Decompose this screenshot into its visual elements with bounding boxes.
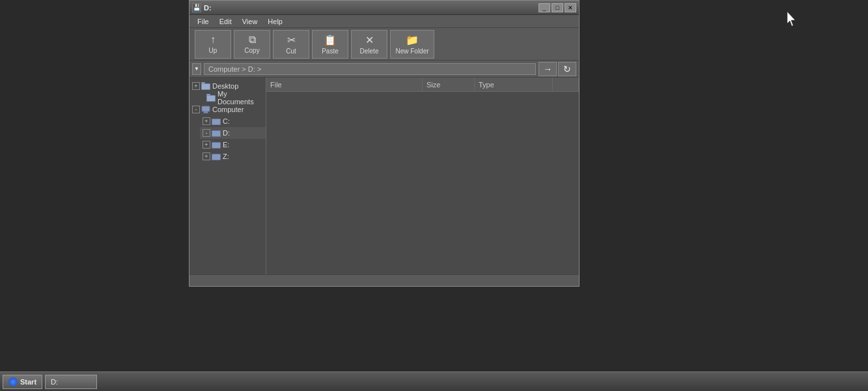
new-folder-icon: 📁	[406, 34, 419, 46]
menu-bar: File Edit View Help	[189, 15, 579, 28]
address-bar: ▼ Computer > D: > → ↻	[189, 61, 579, 78]
file-list-header: File Size Type	[266, 78, 579, 92]
window-title: D:	[204, 4, 212, 12]
expand-d[interactable]: -	[203, 129, 210, 137]
expand-c[interactable]: +	[203, 117, 210, 125]
status-bar	[189, 274, 579, 286]
expand-z[interactable]: +	[203, 152, 210, 160]
tree-label-my-documents: My Documents	[217, 90, 263, 106]
start-button[interactable]: Start	[3, 375, 42, 389]
cut-icon: ✂	[287, 34, 296, 46]
tree-panel: + Desktop My Documents	[189, 78, 266, 274]
title-buttons: _ □ ✕	[539, 3, 576, 12]
tree-label-computer: Computer	[212, 106, 244, 113]
tree-label-d: D:	[223, 129, 230, 137]
start-icon	[8, 377, 18, 386]
tree-item-z[interactable]: + Z:	[200, 151, 266, 162]
delete-label: Delete	[360, 48, 379, 55]
paste-icon: 📋	[324, 34, 337, 46]
column-extra	[553, 78, 579, 91]
file-panel: File Size Type	[266, 78, 579, 274]
tree-label-desktop: Desktop	[212, 82, 238, 90]
main-content: + Desktop My Documents	[189, 78, 579, 274]
folder-icon-my-documents	[206, 94, 216, 102]
address-dropdown[interactable]: ▼	[192, 63, 201, 75]
menu-view[interactable]: View	[237, 16, 263, 27]
tree-item-c[interactable]: + C:	[200, 115, 266, 127]
expand-computer[interactable]: -	[192, 106, 200, 113]
nav-buttons: → ↻	[539, 62, 576, 76]
svg-rect-2	[203, 113, 208, 113]
column-type[interactable]: Type	[475, 78, 553, 91]
taskbar-window-d[interactable]: D:	[45, 375, 97, 389]
cursor	[787, 12, 798, 29]
menu-edit[interactable]: Edit	[214, 16, 237, 27]
menu-help[interactable]: Help	[262, 16, 288, 27]
menu-file[interactable]: File	[192, 16, 214, 27]
copy-label: Copy	[244, 47, 259, 54]
drive-icon-e	[212, 141, 221, 149]
copy-button[interactable]: ⧉ Copy	[234, 30, 270, 59]
address-path[interactable]: Computer > D: >	[204, 63, 536, 75]
window-icon: 💾	[192, 3, 201, 12]
drive-icon-d	[212, 129, 221, 137]
tree-label-e: E:	[223, 141, 229, 149]
paste-button[interactable]: 📋 Paste	[312, 30, 348, 59]
taskbar-window-label: D:	[51, 378, 58, 386]
minimize-button[interactable]: _	[539, 3, 550, 12]
title-bar: 💾 D: _ □ ✕	[189, 1, 579, 15]
file-list	[266, 92, 579, 274]
svg-rect-1	[204, 111, 208, 113]
drive-icon-z	[212, 152, 221, 160]
title-bar-left: 💾 D:	[192, 3, 212, 12]
taskbar: Start D:	[0, 371, 868, 391]
toolbar: ↑ Up ⧉ Copy ✂ Cut 📋 Paste ✕ Delete 📁 New	[189, 28, 579, 61]
computer-icon	[201, 106, 210, 113]
tree-item-d[interactable]: - D:	[200, 127, 266, 139]
column-size[interactable]: Size	[423, 78, 475, 91]
delete-button[interactable]: ✕ Delete	[351, 30, 387, 59]
start-label: Start	[20, 378, 36, 386]
paste-label: Paste	[322, 48, 339, 55]
expand-desktop[interactable]: +	[192, 82, 200, 90]
address-path-text: Computer > D: >	[208, 65, 261, 73]
up-label: Up	[209, 47, 217, 54]
up-button[interactable]: ↑ Up	[195, 30, 231, 59]
desktop: 💾 D: _ □ ✕ File Edit View Help ↑ Up ⧉	[0, 0, 868, 391]
new-folder-button[interactable]: 📁 New Folder	[390, 30, 434, 59]
column-file[interactable]: File	[266, 78, 423, 91]
tree-label-c: C:	[223, 117, 230, 125]
refresh-button[interactable]: ↻	[558, 62, 576, 76]
close-button[interactable]: ✕	[565, 3, 576, 12]
maximize-button[interactable]: □	[552, 3, 563, 12]
file-manager-window: 💾 D: _ □ ✕ File Edit View Help ↑ Up ⧉	[189, 0, 580, 287]
forward-button[interactable]: →	[539, 62, 557, 76]
tree-label-z: Z:	[223, 152, 229, 160]
expand-e[interactable]: +	[203, 141, 210, 149]
svg-rect-0	[202, 106, 210, 111]
up-icon: ↑	[210, 34, 216, 46]
tree-item-my-documents[interactable]: My Documents	[195, 92, 266, 104]
new-folder-label: New Folder	[395, 48, 428, 55]
cut-label: Cut	[286, 48, 296, 55]
delete-icon: ✕	[365, 34, 374, 46]
copy-icon: ⧉	[249, 34, 256, 46]
drive-icon-c	[212, 117, 221, 125]
folder-icon-desktop	[201, 82, 210, 90]
cut-button[interactable]: ✂ Cut	[273, 30, 309, 59]
tree-item-e[interactable]: + E:	[200, 139, 266, 151]
